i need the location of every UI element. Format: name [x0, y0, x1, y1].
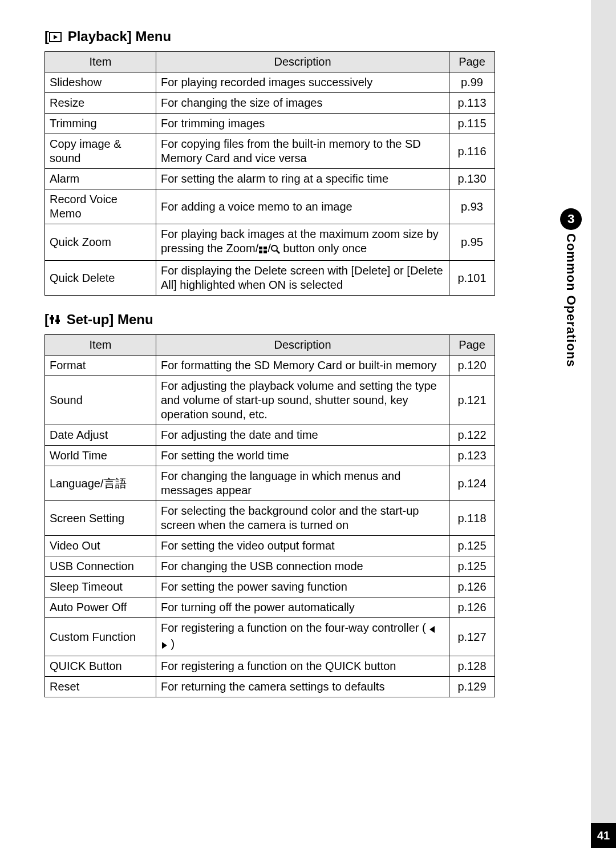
svg-rect-3 — [264, 247, 267, 249]
setup-icon — [49, 313, 60, 329]
svg-rect-11 — [55, 320, 60, 322]
cell-item: Sleep Timeout — [45, 577, 156, 597]
cell-description: For changing the USB connection mode — [156, 556, 449, 577]
cell-description: For returning the camera settings to def… — [156, 677, 449, 697]
table-row: Copy image & soundFor copying files from… — [45, 134, 495, 169]
cell-page: p.99 — [449, 72, 495, 93]
cell-item: Quick Delete — [45, 261, 156, 296]
svg-point-6 — [271, 245, 277, 251]
svg-rect-4 — [259, 251, 262, 253]
cell-page: p.116 — [449, 134, 495, 169]
table-row: AlarmFor setting the alarm to ring at a … — [45, 169, 495, 189]
table-row: Date AdjustFor adjusting the date and ti… — [45, 425, 495, 446]
cell-page: p.95 — [449, 224, 495, 261]
col-item: Item — [45, 335, 156, 356]
cell-description: For adding a voice memo to an image — [156, 189, 449, 224]
table-row: Quick DeleteFor displaying the Delete sc… — [45, 261, 495, 296]
heading-text: Set-up] Menu — [63, 312, 153, 327]
table-row: Sleep TimeoutFor setting the power savin… — [45, 577, 495, 597]
bracket-open: [ — [44, 29, 49, 44]
cell-item: Reset — [45, 677, 156, 697]
page-number: 41 — [591, 823, 616, 848]
cell-item: Screen Setting — [45, 501, 156, 536]
cell-description: For displaying the Delete screen with [D… — [156, 261, 449, 296]
col-page: Page — [449, 335, 495, 356]
cell-page: p.121 — [449, 376, 495, 425]
cell-item: Auto Power Off — [45, 597, 156, 618]
magnifier-icon — [271, 243, 280, 257]
table-row: World TimeFor setting the world timep.12… — [45, 446, 495, 466]
svg-marker-1 — [54, 35, 58, 39]
cell-item: World Time — [45, 446, 156, 466]
edge-strip — [591, 0, 616, 848]
svg-marker-12 — [429, 626, 435, 633]
table-row: Quick ZoomFor playing back images at the… — [45, 224, 495, 261]
section-title: Common Operations — [564, 233, 578, 368]
cell-page: p.128 — [449, 656, 495, 677]
cell-item: Sound — [45, 376, 156, 425]
cell-page: p.93 — [449, 189, 495, 224]
section-number-badge: 3 — [560, 208, 582, 230]
cell-item: USB Connection — [45, 556, 156, 577]
cell-item: Copy image & sound — [45, 134, 156, 169]
thumbnail-icon — [258, 243, 268, 257]
cell-item: QUICK Button — [45, 656, 156, 677]
cell-page: p.125 — [449, 536, 495, 556]
section-tab: 3 Common Operations — [560, 208, 582, 368]
table-row: Video OutFor setting the video output fo… — [45, 536, 495, 556]
cell-page: p.124 — [449, 466, 495, 501]
cell-item: Video Out — [45, 536, 156, 556]
cell-item: Slideshow — [45, 72, 156, 93]
setup-menu-heading: [ Set-up] Menu — [44, 312, 495, 329]
cell-item: Record Voice Memo — [45, 189, 156, 224]
table-row: SoundFor adjusting the playback volume a… — [45, 376, 495, 425]
cell-item: Trimming — [45, 114, 156, 134]
cell-description: For selecting the background color and t… — [156, 501, 449, 536]
cell-description: For changing the size of images — [156, 93, 449, 114]
right-arrow-icon — [161, 639, 168, 653]
table-row: FormatFor formatting the SD Memory Card … — [45, 356, 495, 376]
table-row: QUICK ButtonFor registering a function o… — [45, 656, 495, 677]
cell-description: For formatting the SD Memory Card or bui… — [156, 356, 449, 376]
cell-item: Alarm — [45, 169, 156, 189]
svg-rect-9 — [50, 317, 54, 320]
cell-description: For adjusting the date and time — [156, 425, 449, 446]
table-row: ResizeFor changing the size of imagesp.1… — [45, 93, 495, 114]
playback-menu-heading: [ Playback] Menu — [44, 29, 495, 46]
cell-page: p.127 — [449, 618, 495, 656]
svg-rect-5 — [264, 251, 267, 253]
cell-page: p.122 — [449, 425, 495, 446]
table-row: USB ConnectionFor changing the USB conne… — [45, 556, 495, 577]
playback-menu-table: Item Description Page SlideshowFor playi… — [44, 51, 495, 296]
cell-description: For playing back images at the maximum z… — [156, 224, 449, 261]
page-content: [ Playback] Menu Item Description Page S… — [44, 29, 495, 713]
table-row: Record Voice MemoFor adding a voice memo… — [45, 189, 495, 224]
table-row: Language/言語For changing the language in … — [45, 466, 495, 501]
table-row: SlideshowFor playing recorded images suc… — [45, 72, 495, 93]
col-description: Description — [156, 335, 449, 356]
cell-description: For setting the video output format — [156, 536, 449, 556]
cell-page: p.101 — [449, 261, 495, 296]
cell-page: p.120 — [449, 356, 495, 376]
table-header-row: Item Description Page — [45, 335, 495, 356]
cell-item: Date Adjust — [45, 425, 156, 446]
cell-page: p.118 — [449, 501, 495, 536]
col-page: Page — [449, 52, 495, 72]
heading-text: Playback] Menu — [64, 29, 171, 44]
cell-item: Language/言語 — [45, 466, 156, 501]
col-item: Item — [45, 52, 156, 72]
cell-description: For trimming images — [156, 114, 449, 134]
svg-marker-13 — [162, 642, 167, 649]
playback-icon — [49, 30, 62, 46]
cell-item: Format — [45, 356, 156, 376]
cell-item: Quick Zoom — [45, 224, 156, 261]
side-gutter: 3 Common Operations 41 — [536, 0, 616, 848]
cell-description: For setting the power saving function — [156, 577, 449, 597]
cell-page: p.113 — [449, 93, 495, 114]
table-row: TrimmingFor trimming imagesp.115 — [45, 114, 495, 134]
setup-menu-table: Item Description Page FormatFor formatti… — [44, 334, 495, 697]
cell-description: For setting the world time — [156, 446, 449, 466]
cell-page: p.126 — [449, 597, 495, 618]
manual-page: [ Playback] Menu Item Description Page S… — [0, 0, 616, 848]
cell-description: For playing recorded images successively — [156, 72, 449, 93]
